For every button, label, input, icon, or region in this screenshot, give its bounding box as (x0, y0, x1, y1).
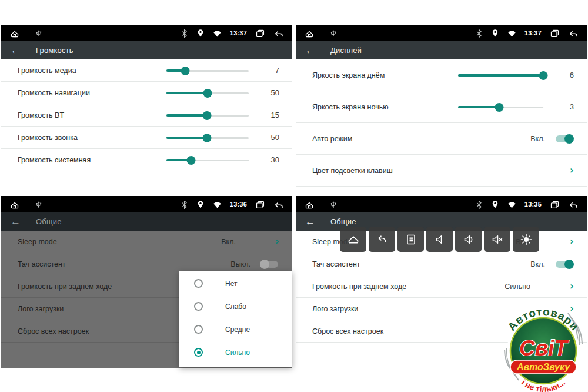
auto-mode-toggle[interactable] (554, 134, 574, 144)
home-icon[interactable] (304, 200, 315, 209)
setting-label: Тач ассистент (312, 260, 530, 268)
status-bar: 13:37 (1, 25, 292, 41)
touch-assistant-toggle[interactable] (554, 259, 574, 270)
setting-label: Громкость звонка (18, 134, 166, 142)
setting-row-factory-reset[interactable]: Сброс всех настроек › (296, 320, 587, 343)
recents-icon[interactable] (255, 200, 265, 209)
setting-row-touch-assistant[interactable]: Тач ассистент Вкл. (296, 253, 587, 275)
back-arrow-icon[interactable]: ← (11, 45, 21, 55)
usb-icon (330, 200, 337, 208)
setting-label: Громкость медиа (18, 67, 166, 75)
status-bar: 13:37 (296, 25, 587, 41)
ring-volume-slider[interactable] (166, 133, 249, 142)
location-icon (491, 200, 499, 208)
option-label: Сильно (225, 348, 250, 357)
setting-row-bt-volume: Громкость BT 15 (1, 104, 292, 127)
bluetooth-icon (475, 200, 483, 209)
setting-value: 3 (554, 102, 574, 111)
setting-value: Сильно (505, 283, 530, 291)
chevron-right-icon: › (563, 165, 574, 175)
setting-row-auto-mode: Авто режим Вкл. (296, 123, 587, 155)
list-icon (404, 232, 418, 247)
bt-volume-slider[interactable] (166, 111, 249, 120)
location-icon (491, 29, 499, 37)
setting-value: Вкл. (221, 238, 236, 246)
usb-icon (35, 29, 42, 37)
radio-icon[interactable] (194, 325, 203, 334)
recents-icon[interactable] (550, 29, 560, 38)
back-icon[interactable] (273, 29, 284, 38)
usb-icon (35, 200, 42, 208)
back-arrow-icon[interactable]: ← (11, 217, 21, 227)
option-medium[interactable]: Средне (179, 318, 292, 341)
radio-selected-icon[interactable] (194, 348, 203, 357)
panel-general-settings: 13:35 ← Общие Sleep mode Вкл. › Тач асси… (296, 196, 587, 343)
home-icon[interactable] (9, 200, 20, 209)
status-bar: 13:35 (296, 196, 587, 212)
setting-label: Громкость системная (18, 156, 166, 164)
bluetooth-icon (180, 200, 188, 209)
clock: 13:35 (524, 201, 542, 208)
option-none[interactable]: Нет (179, 272, 292, 295)
option-weak[interactable]: Слабо (179, 295, 292, 318)
home-icon[interactable] (304, 29, 315, 38)
setting-row-reverse-volume[interactable]: Громкость при заднем ходе Сильно › (296, 275, 587, 298)
recents-icon[interactable] (255, 29, 265, 38)
back-arrow-icon[interactable]: ← (305, 217, 315, 227)
clock: 13:37 (524, 29, 542, 36)
bluetooth-icon (180, 29, 188, 38)
back-icon (375, 232, 389, 247)
setting-label: Лого загрузки (312, 305, 539, 313)
setting-row-system-volume: Громкость системная 30 (1, 149, 292, 171)
screenshot-grid: 13:37 ← Громкость Громкость медиа 7 Гром… (0, 0, 588, 392)
watermark-banner (510, 360, 576, 374)
system-volume-slider[interactable] (166, 155, 249, 165)
setting-label: Яркость экрана ночью (312, 103, 458, 111)
option-strong[interactable]: Сильно (179, 341, 292, 364)
setting-row-sleep-mode: Sleep mode Вкл. › (1, 231, 292, 253)
list-button[interactable] (397, 227, 424, 252)
watermark-banner-text: АвтоЗвуку (516, 362, 570, 372)
setting-row-boot-logo[interactable]: Лого загрузки › (296, 298, 587, 320)
setting-row-nav-volume: Громкость навигации 50 (1, 82, 292, 104)
brightness-button[interactable] (513, 227, 539, 252)
setting-label: Авто режим (312, 135, 530, 143)
setting-label: Громкость навигации (18, 89, 166, 97)
chevron-right-icon: › (563, 237, 574, 247)
setting-value: 50 (259, 88, 279, 97)
volume-down-button[interactable] (426, 227, 453, 252)
setting-row-key-backlight-color[interactable]: Цвет подсветки клавиш › (296, 155, 587, 187)
recents-icon[interactable] (550, 200, 560, 209)
setting-value: 15 (259, 111, 279, 119)
media-volume-slider[interactable] (166, 66, 249, 75)
home-icon[interactable] (9, 29, 20, 38)
wifi-icon (213, 29, 222, 37)
option-label: Нет (225, 280, 237, 288)
day-brightness-slider[interactable] (458, 71, 543, 80)
wifi-icon (213, 201, 222, 208)
back-arrow-icon[interactable]: ← (305, 45, 315, 55)
home-button[interactable] (340, 227, 366, 252)
setting-label: Громкость при заднем ходе (312, 283, 505, 291)
setting-value: Вкл. (530, 135, 545, 143)
setting-value: Вкл. (530, 260, 545, 268)
back-icon[interactable] (273, 200, 284, 209)
night-brightness-slider[interactable] (458, 102, 543, 112)
back-button[interactable] (369, 227, 395, 252)
nav-volume-slider[interactable] (166, 88, 249, 98)
option-label: Слабо (225, 303, 246, 311)
wifi-icon (507, 201, 516, 208)
radio-icon[interactable] (194, 302, 203, 311)
back-icon[interactable] (568, 29, 579, 38)
back-icon[interactable] (568, 200, 579, 209)
location-icon (196, 29, 205, 37)
setting-label: Тач ассистент (18, 260, 230, 268)
volume-up-button[interactable] (455, 227, 482, 252)
title-bar: ← Общие (1, 212, 292, 231)
volume-up-icon (462, 232, 476, 247)
panel-display-settings: 13:37 ← Дисплей Яркость экрана днём 6 Яр… (296, 25, 587, 187)
clock: 13:37 (230, 29, 247, 36)
radio-icon[interactable] (194, 279, 203, 288)
mute-button[interactable] (484, 227, 510, 252)
watermark-bottom-text: і не тільки... (520, 378, 567, 392)
